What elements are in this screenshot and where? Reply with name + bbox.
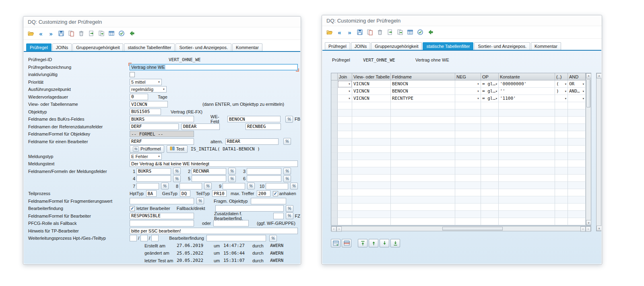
op-cell[interactable] (481, 109, 499, 117)
move-first-button[interactable] (358, 239, 367, 247)
field-name-cell[interactable] (391, 124, 455, 131)
paren-cell[interactable] (555, 117, 568, 124)
field-name-cell[interactable] (391, 146, 455, 153)
tab-statische-tabellenfilter[interactable]: statische Tabellenfilter (423, 42, 473, 50)
tab-kommentar[interactable]: Kommentar (531, 42, 561, 50)
formula-icon-button[interactable]: % (204, 183, 212, 189)
row-selector[interactable] (331, 218, 338, 225)
formula-icon-button[interactable]: % (285, 116, 293, 123)
copy-icon[interactable] (67, 30, 75, 37)
paren-cell[interactable] (555, 131, 568, 138)
paren-cell[interactable] (555, 138, 568, 146)
letzter-bearbeiter-checkbox[interactable] (130, 206, 135, 211)
ausfuehrung-select[interactable]: regelmäßig▼ (130, 86, 167, 93)
neg-cell[interactable] (455, 196, 481, 204)
max-treffer-input[interactable] (257, 190, 270, 197)
konstante-cell[interactable] (499, 102, 555, 109)
neg-cell[interactable] (455, 131, 481, 138)
teiltyp-input[interactable] (212, 190, 227, 197)
inaktiv-checkbox[interactable] (130, 72, 135, 77)
konstante-cell[interactable] (499, 131, 555, 138)
join-cell[interactable] (338, 182, 352, 189)
row-selector[interactable] (331, 189, 338, 196)
neg-cell[interactable] (455, 167, 481, 175)
row-selector[interactable] (331, 204, 338, 211)
neg-cell[interactable] (455, 204, 481, 211)
field-name-cell[interactable] (391, 189, 455, 196)
scroll-up-icon[interactable]: ∧ (597, 73, 601, 78)
and-cell[interactable] (568, 204, 586, 211)
konstante-cell[interactable] (499, 138, 555, 146)
konstante-cell[interactable] (499, 218, 555, 225)
column-header-and[interactable]: AND (568, 73, 586, 80)
layout-icon[interactable] (406, 29, 414, 36)
paren-cell[interactable] (555, 102, 568, 109)
field-name-cell[interactable] (391, 218, 455, 225)
tab-gruppenzugehoerigkeit[interactable]: Gruppenzugehörigkeit (72, 43, 123, 51)
open-icon[interactable] (326, 29, 333, 36)
op-cell[interactable] (481, 138, 499, 146)
paren-cell[interactable] (555, 204, 568, 211)
table-name-cell[interactable]: VICNCN (352, 88, 391, 95)
and-select[interactable]: AND…▼ (568, 88, 586, 95)
neg-cell[interactable] (455, 175, 481, 182)
paren-cell[interactable] (555, 182, 568, 189)
scroll-down-icon[interactable]: ∨ (586, 220, 591, 225)
op-select[interactable]: = gl…▼ (481, 95, 499, 102)
scroll-left-icon[interactable]: ‹ (580, 226, 586, 232)
table-vertical-scrollbar[interactable]: ∧ ∨ (586, 73, 591, 225)
table-name-cell[interactable]: VICNCN (352, 95, 391, 102)
field-name-cell[interactable] (391, 109, 455, 117)
bearbeiter-formel-input[interactable] (130, 213, 194, 219)
and-cell[interactable] (568, 182, 586, 189)
neg-cell[interactable] (455, 124, 481, 131)
formula-icon-button[interactable]: % (161, 183, 169, 189)
row-selector[interactable] (331, 138, 338, 146)
table-name-cell[interactable] (352, 218, 391, 225)
join-cell[interactable] (338, 109, 352, 117)
row-selector[interactable] (331, 196, 338, 204)
op-cell[interactable] (481, 189, 499, 196)
formula-icon-button[interactable]: % (196, 198, 204, 204)
and-cell[interactable] (568, 131, 586, 138)
meldungsfeld-input-3[interactable] (247, 168, 281, 175)
objekttyp-input[interactable] (130, 109, 161, 115)
weiterleitung-hpt-input[interactable] (130, 235, 137, 241)
konstante-cell[interactable] (499, 211, 555, 218)
row-selector[interactable] (331, 95, 338, 102)
paren-cell[interactable] (555, 146, 568, 153)
weiterleitung-bf-input[interactable] (206, 235, 266, 241)
paren-cell[interactable] (555, 175, 568, 182)
row-selector[interactable] (331, 146, 338, 153)
op-cell[interactable] (481, 124, 499, 131)
field-name-cell[interactable] (391, 204, 455, 211)
op-cell[interactable] (481, 153, 499, 160)
and-select[interactable]: ▼ (568, 95, 586, 102)
table-name-cell[interactable] (352, 124, 391, 131)
konstante-cell[interactable] (499, 167, 555, 175)
field-name-cell[interactable] (391, 196, 455, 204)
column-header-op[interactable]: OP (481, 73, 499, 80)
table-name-cell[interactable] (352, 153, 391, 160)
formula-icon-button[interactable]: % (286, 205, 293, 212)
neg-cell[interactable] (455, 102, 481, 109)
scrollbar-track[interactable] (342, 226, 580, 231)
neg-cell[interactable] (455, 182, 481, 189)
op-cell[interactable] (481, 196, 499, 204)
we-feld-input[interactable] (227, 116, 281, 122)
next-screen-icon[interactable]: » (346, 29, 353, 36)
table-name-cell[interactable]: VICNCN (352, 80, 391, 88)
konstante-cell[interactable]: '' (499, 88, 555, 95)
op-select[interactable]: = gl…▼ (481, 80, 499, 88)
tab-sortier-anzeigepos[interactable]: Sortier- und Anzeigepos. (474, 42, 530, 50)
table-name-cell[interactable] (352, 160, 391, 167)
gestyp-input[interactable] (180, 190, 190, 197)
neg-select[interactable]: ▼ (455, 95, 481, 102)
delete-row-button[interactable] (342, 239, 351, 247)
table-name-cell[interactable] (352, 102, 391, 109)
scroll-down-icon[interactable]: ∨ (597, 226, 601, 231)
table-name-cell[interactable] (352, 138, 391, 146)
tab-kommentar[interactable]: Kommentar (232, 43, 262, 51)
op-cell[interactable] (481, 131, 499, 138)
neg-cell[interactable] (455, 189, 481, 196)
